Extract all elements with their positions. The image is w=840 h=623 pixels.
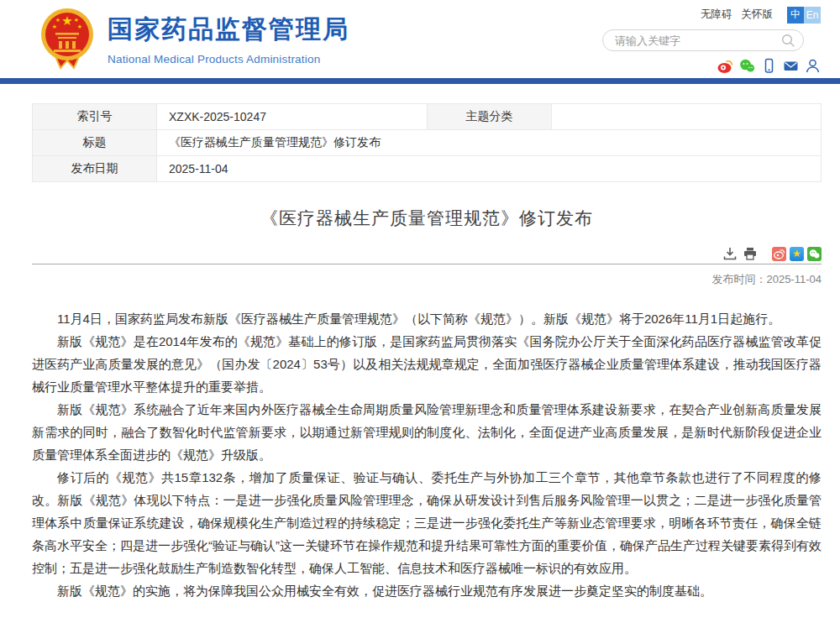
meta-value-title: 《医疗器械生产质量管理规范》修订发布 — [157, 130, 822, 156]
header-divider-bar — [0, 78, 840, 84]
social-links — [602, 58, 821, 74]
wechat-icon[interactable] — [739, 58, 755, 74]
site-title-cn: 国家药品监督管理局 — [108, 13, 349, 47]
site-title-en: National Medical Products Administration — [108, 53, 349, 65]
article-paragraph: 新版《规范》是在2014年发布的《规范》基础上的修订版，是国家药监局贯彻落实《国… — [32, 330, 822, 398]
article-body: 11月4日，国家药监局发布新版《医疗器械生产质量管理规范》（以下简称《规范》）。… — [32, 307, 822, 602]
table-row: 发布日期 2025-11-04 — [33, 156, 822, 182]
meta-label-title: 标题 — [33, 130, 157, 156]
article-paragraph: 修订后的《规范》共15章132条，增加了质量保证、验证与确认、委托生产与外协加工… — [32, 466, 822, 579]
accessibility-link[interactable]: 无障碍 — [701, 8, 732, 22]
care-version-link[interactable]: 关怀版 — [742, 8, 774, 22]
title-divider — [32, 264, 822, 264]
meta-label-index: 索引号 — [33, 104, 157, 130]
share-buttons: ★ — [772, 247, 822, 261]
article-paragraph: 新版《规范》的实施，将为保障我国公众用械安全有效，促进医疗器械行业规范有序发展进… — [32, 579, 822, 602]
svg-text:★: ★ — [74, 17, 79, 23]
header-utilities: 无障碍 关怀版 中 En — [602, 6, 821, 74]
download-icon[interactable] — [723, 247, 737, 260]
print-icon[interactable] — [743, 247, 757, 260]
svg-text:★: ★ — [61, 13, 72, 28]
search-input[interactable] — [615, 31, 779, 50]
article-paragraph: 11月4日，国家药监局发布新版《医疗器械生产质量管理规范》（以下简称《规范》）。… — [32, 307, 822, 330]
publish-time-value: 2025-11-04 — [766, 273, 822, 285]
weibo-icon[interactable] — [717, 58, 733, 74]
main-content: 索引号 XZXK-2025-10247 主题分类 标题 《医疗器械生产质量管理规… — [32, 103, 822, 623]
language-toggle: 中 En — [787, 7, 821, 24]
publish-time-label: 发布时间： — [711, 273, 766, 285]
search-box — [602, 29, 804, 51]
user-icon[interactable] — [805, 58, 821, 74]
lang-en-button[interactable]: En — [804, 7, 821, 24]
site-header: ★ ★ ★ ★ ★ 国家药品监督管理局 National Medical Pro… — [0, 0, 840, 78]
meta-value-topic — [552, 104, 822, 130]
svg-text:★: ★ — [52, 24, 57, 29]
article-paragraph: 新版《规范》系统融合了近年来国内外医疗器械全生命周期质量风险管理新理念和质量管理… — [32, 398, 822, 466]
meta-label-date: 发布日期 — [33, 156, 157, 182]
search-icon[interactable] — [781, 34, 795, 48]
share-wechat-icon[interactable] — [807, 247, 822, 261]
table-row: 标题 《医疗器械生产质量管理规范》修订发布 — [33, 130, 822, 156]
svg-text:★: ★ — [77, 24, 82, 29]
share-qzone-icon[interactable]: ★ — [790, 247, 804, 261]
publish-time: 发布时间：2025-11-04 — [32, 272, 822, 287]
mail-icon[interactable] — [783, 58, 799, 74]
meta-label-topic: 主题分类 — [428, 104, 552, 130]
svg-text:★: ★ — [55, 17, 60, 23]
page-title: 《医疗器械生产质量管理规范》修订发布 — [32, 207, 822, 230]
article-toolbar: ★ — [32, 246, 822, 261]
lang-zh-button[interactable]: 中 — [787, 7, 804, 24]
meta-value-date: 2025-11-04 — [157, 156, 822, 182]
share-weibo-icon[interactable] — [772, 247, 786, 261]
document-meta-table: 索引号 XZXK-2025-10247 主题分类 标题 《医疗器械生产质量管理规… — [32, 103, 822, 182]
national-emblem-logo: ★ ★ ★ ★ ★ — [38, 8, 97, 70]
mobile-icon[interactable] — [761, 58, 777, 74]
meta-value-index: XZXK-2025-10247 — [157, 104, 428, 130]
top-links: 无障碍 关怀版 中 En — [602, 6, 821, 24]
site-brand[interactable]: ★ ★ ★ ★ ★ 国家药品监督管理局 National Medical Pro… — [38, 8, 349, 70]
table-row: 索引号 XZXK-2025-10247 主题分类 — [33, 104, 822, 130]
